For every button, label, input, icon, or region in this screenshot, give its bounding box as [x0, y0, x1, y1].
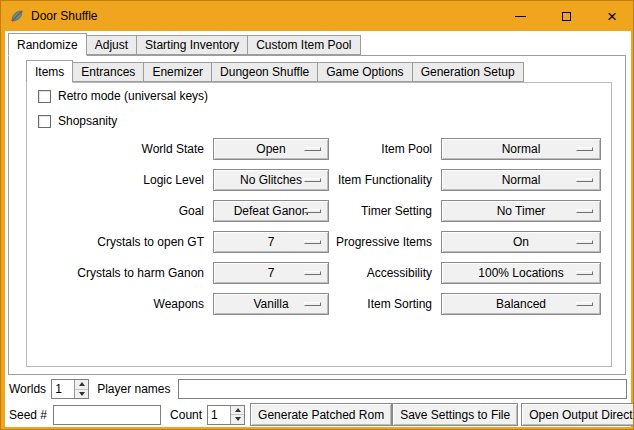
title-bar: Door Shuffle × [1, 1, 634, 31]
dropdown-indicator-icon [576, 271, 593, 275]
timer-setting-value: No Timer [497, 204, 546, 218]
logic-level-value: No Glitches [240, 173, 302, 187]
tab-generation-setup[interactable]: Generation Setup [412, 62, 524, 82]
dropdown-indicator-icon [304, 271, 321, 275]
item-sorting-dropdown[interactable]: Balanced [441, 293, 601, 315]
window-title: Door Shuffle [31, 9, 98, 23]
dropdown-indicator-icon [304, 178, 321, 182]
tab-starting-inventory[interactable]: Starting Inventory [136, 35, 248, 55]
goal-value: Defeat Ganon [234, 204, 309, 218]
options-left-column: World State Open Logic Level No Glitches [33, 133, 343, 319]
item-pool-value: Normal [502, 142, 541, 156]
item-sorting-value: Balanced [496, 297, 546, 311]
retro-mode-row: Retro mode (universal keys) [38, 89, 208, 103]
close-icon: × [607, 8, 617, 25]
item-functionality-dropdown[interactable]: Normal [441, 169, 601, 191]
window-controls: × [497, 1, 634, 31]
logic-level-dropdown[interactable]: No Glitches [213, 169, 329, 191]
worlds-spin-down-button[interactable] [75, 390, 88, 399]
dropdown-indicator-icon [304, 240, 321, 244]
count-spin-arrows [230, 406, 244, 424]
player-names-input[interactable] [178, 379, 628, 399]
inner-tab-bar: Items Entrances Enemizer Dungeon Shuffle… [26, 60, 523, 82]
crystals-gt-label: Crystals to open GT [33, 235, 213, 249]
worlds-input[interactable] [52, 380, 74, 398]
dropdown-indicator-icon [304, 147, 321, 151]
weapons-dropdown[interactable]: Vanilla [213, 293, 329, 315]
worlds-spinbox[interactable] [51, 379, 89, 399]
retro-mode-label: Retro mode (universal keys) [58, 89, 208, 103]
seed-row: Seed # Count Generate Patched Rom Save S… [9, 403, 629, 426]
crystals-gt-value: 7 [268, 235, 275, 249]
dropdown-indicator-icon [576, 209, 593, 213]
options-right-column: Item Pool Normal Item Functionality Norm… [333, 133, 601, 319]
goal-dropdown[interactable]: Defeat Ganon [213, 200, 329, 222]
spin-up-icon [79, 382, 85, 386]
tab-adjust[interactable]: Adjust [86, 35, 137, 55]
tab-enemizer[interactable]: Enemizer [143, 62, 212, 82]
seed-label: Seed # [9, 408, 47, 422]
worlds-label: Worlds [9, 382, 46, 396]
worlds-row: Worlds Player names [9, 378, 628, 400]
worlds-spin-arrows [74, 380, 88, 398]
outer-tab-bar: Randomize Adjust Starting Inventory Cust… [8, 33, 360, 55]
tab-dungeon-shuffle[interactable]: Dungeon Shuffle [211, 62, 318, 82]
tab-entrances[interactable]: Entrances [72, 62, 144, 82]
item-functionality-value: Normal [502, 173, 541, 187]
client-area: Randomize Adjust Starting Inventory Cust… [5, 31, 631, 427]
weapons-label: Weapons [33, 297, 213, 311]
shopsanity-checkbox[interactable] [38, 115, 51, 128]
progressive-items-label: Progressive Items [333, 235, 441, 249]
dropdown-indicator-icon [304, 302, 321, 306]
items-tab-panel: Retro mode (universal keys) Shopsanity W… [26, 82, 612, 367]
minimize-icon [515, 16, 526, 17]
tab-custom-item-pool[interactable]: Custom Item Pool [247, 35, 360, 55]
shopsanity-row: Shopsanity [38, 114, 117, 128]
tab-randomize[interactable]: Randomize [8, 33, 87, 56]
crystals-gt-dropdown[interactable]: 7 [213, 231, 329, 253]
item-sorting-label: Item Sorting [333, 297, 441, 311]
accessibility-value: 100% Locations [478, 266, 563, 280]
count-spin-up-button[interactable] [231, 406, 244, 416]
world-state-dropdown[interactable]: Open [213, 138, 329, 160]
dropdown-indicator-icon [576, 147, 593, 151]
spin-down-icon [79, 392, 85, 396]
dropdown-indicator-icon [304, 209, 321, 213]
shopsanity-label: Shopsanity [58, 114, 117, 128]
item-pool-label: Item Pool [333, 142, 441, 156]
progressive-items-value: On [513, 235, 529, 249]
timer-setting-dropdown[interactable]: No Timer [441, 200, 601, 222]
accessibility-dropdown[interactable]: 100% Locations [441, 262, 601, 284]
maximize-icon [562, 12, 571, 21]
door-shuffle-window: Door Shuffle × Randomize Adjust Starting… [0, 0, 634, 430]
app-icon [10, 9, 24, 23]
open-output-button[interactable]: Open Output Directory [521, 403, 634, 426]
weapons-value: Vanilla [253, 297, 288, 311]
randomize-tab-panel: Items Entrances Enemizer Dungeon Shuffle… [8, 55, 626, 375]
item-pool-dropdown[interactable]: Normal [441, 138, 601, 160]
dropdown-indicator-icon [576, 178, 593, 182]
crystals-ganon-value: 7 [268, 266, 275, 280]
world-state-value: Open [256, 142, 285, 156]
dropdown-indicator-icon [576, 302, 593, 306]
tab-items[interactable]: Items [26, 60, 73, 83]
generate-rom-button[interactable]: Generate Patched Rom [250, 403, 392, 426]
maximize-button[interactable] [543, 1, 589, 31]
player-names-label: Player names [97, 382, 170, 396]
worlds-spin-up-button[interactable] [75, 380, 88, 390]
world-state-label: World State [33, 142, 213, 156]
count-spin-down-button[interactable] [231, 415, 244, 424]
count-label: Count [170, 408, 202, 422]
crystals-ganon-dropdown[interactable]: 7 [213, 262, 329, 284]
seed-input[interactable] [53, 405, 161, 425]
count-spinbox[interactable] [207, 405, 245, 425]
retro-mode-checkbox[interactable] [38, 90, 51, 103]
tab-game-options[interactable]: Game Options [317, 62, 412, 82]
item-functionality-label: Item Functionality [333, 173, 441, 187]
close-button[interactable]: × [589, 1, 634, 31]
save-settings-button[interactable]: Save Settings to File [392, 403, 518, 426]
crystals-ganon-label: Crystals to harm Ganon [33, 266, 213, 280]
minimize-button[interactable] [497, 1, 543, 31]
progressive-items-dropdown[interactable]: On [441, 231, 601, 253]
count-input[interactable] [208, 406, 230, 424]
